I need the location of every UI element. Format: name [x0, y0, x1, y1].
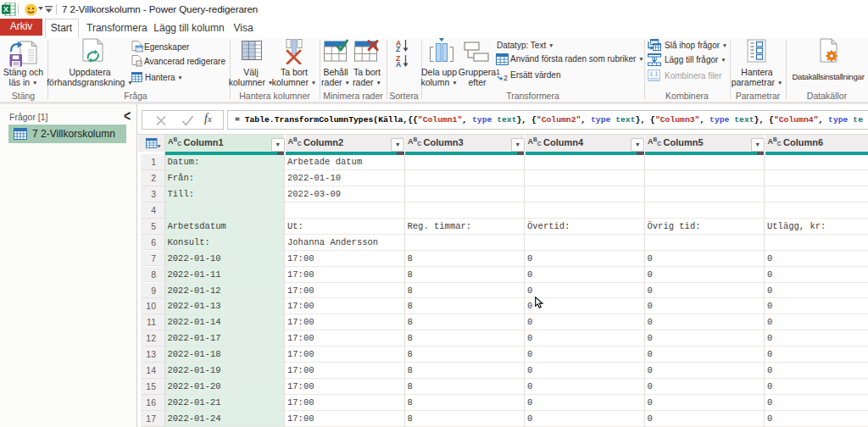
svg-text:2: 2: [504, 74, 508, 81]
svg-text:X: X: [3, 5, 8, 14]
svg-text:1: 1: [496, 68, 500, 76]
